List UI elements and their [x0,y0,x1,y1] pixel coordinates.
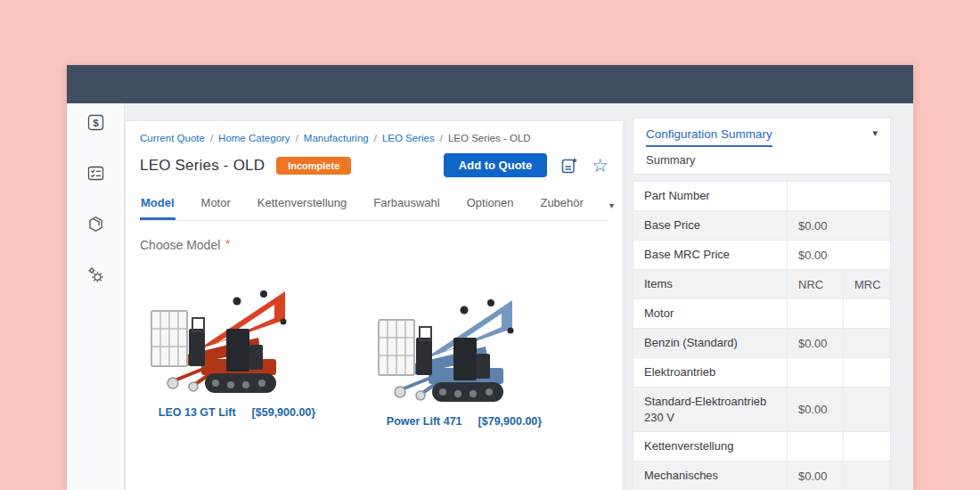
product-configuration-card: Current Quote/Home Category/Manufacturin… [125,120,624,490]
summary-collapse-caret-icon[interactable]: ▾ [872,127,878,139]
configuration-summary-tab[interactable]: Configuration Summary [646,127,772,147]
add-to-quote-button[interactable]: Add to Quote [444,153,547,177]
checklist-icon [86,164,105,185]
table-row: Benzin (Standard) $0.00 [633,329,890,358]
table-row: Mechanisches $0.00 [633,461,890,490]
breadcrumb-link-current-quote[interactable]: Current Quote [140,133,205,143]
summary-subtitle: Summary [646,153,878,167]
workspace: $ [67,103,913,490]
product-image-blue-lift[interactable] [375,293,534,407]
svg-text:$: $ [93,118,98,128]
section-title: Choose Model* [140,238,608,252]
tab-bar: Model Motor Kettenverstellung Farbauswah… [140,191,608,221]
breadcrumb-link-home-category[interactable]: Home Category [218,133,290,143]
breadcrumb-current: LEO Series - OLD [448,133,531,143]
favorite-star-icon[interactable]: ☆ [592,156,608,175]
breadcrumb-separator: / [374,133,377,143]
app-window: $ [67,65,913,490]
products-package-icon [86,215,105,236]
tab-farbauswahl[interactable]: Farbauswahl [372,191,440,220]
sidebar-item-settings[interactable] [80,261,110,291]
breadcrumb: Current Quote/Home Category/Manufacturin… [140,133,608,143]
table-header-row: Items NRC MRC [633,270,890,299]
product-price: [$59,900.00} [252,406,316,419]
sidebar-item-products[interactable] [80,210,110,241]
product-price: [$79,900.00} [478,415,543,428]
copy-to-quote-icon[interactable] [559,156,579,176]
title-row: LEO Series - OLD Incomplete Add to Quote… [140,153,608,177]
product-option-leo-13-gt-lift[interactable]: LEO 13 GT Lift [$59,900.00} [148,284,326,428]
breadcrumb-separator: / [296,133,298,143]
breadcrumb-separator: / [440,133,443,143]
breadcrumb-link-manufacturing[interactable]: Manufacturing [304,133,369,143]
tab-optionen[interactable]: Optionen [466,191,515,220]
tabs-overflow-caret-icon[interactable]: ▾ [609,200,614,220]
tab-model[interactable]: Model [140,191,176,220]
table-row: Base Price $0.00 [633,211,890,241]
product-image-red-lift[interactable] [148,284,306,398]
product-options: LEO 13 GT Lift [$59,900.00} [148,284,608,428]
tab-zubehoer[interactable]: Zubehör [539,191,584,220]
product-option-power-lift-471[interactable]: Power Lift 471 [$79,900.00} [375,293,553,428]
top-nav-bar [67,65,913,103]
breadcrumb-separator: / [210,133,213,143]
table-row: Part Number [633,182,890,211]
sidebar: $ [67,103,124,490]
table-row: Kettenverstellung [633,432,890,461]
quote-dollar-icon: $ [86,113,105,135]
configuration-summary-table: Part Number Base Price $0.00 Base MRC Pr… [633,181,891,490]
table-row: Motor [633,299,890,329]
sidebar-item-quote[interactable]: $ [80,109,110,139]
settings-gears-icon [86,265,105,287]
table-row: Standard-Elektroantrieb 230 V $0.00 [633,388,890,432]
tab-motor[interactable]: Motor [200,191,232,220]
product-name[interactable]: LEO 13 GT Lift [159,406,236,419]
table-row: Elektroantrieb [633,358,890,388]
required-marker: * [225,238,230,250]
table-row: Base MRC Price $0.00 [633,241,890,270]
status-badge: Incomplete [276,157,351,175]
sidebar-item-summary-checklist[interactable] [80,159,110,190]
breadcrumb-link-leo-series[interactable]: LEO Series [382,133,435,143]
title-actions: Add to Quote ☆ [444,153,608,177]
tab-kettenverstellung[interactable]: Kettenverstellung [257,191,347,220]
product-name[interactable]: Power Lift 471 [387,415,462,428]
configuration-summary-header: Configuration Summary ▾ Summary [633,118,891,175]
page-title: LEO Series - OLD [140,157,265,175]
